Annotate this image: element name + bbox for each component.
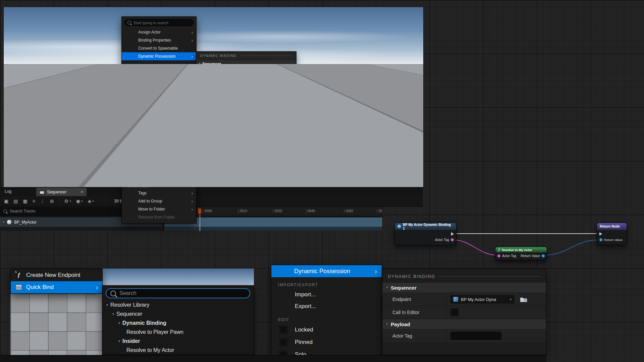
menu-item-import-large[interactable]: Import... — [271, 289, 382, 300]
tree-item-resolve-to-player-pawn[interactable]: Resolve to Player Pawn — [303, 115, 403, 121]
tree-item-resolve-to-player-pawn[interactable]: Resolve to Player Pawn — [102, 327, 254, 337]
menu-item-quick-bind-large[interactable]: Quick Bind › — [11, 281, 102, 293]
locked-checkbox[interactable] — [279, 326, 287, 334]
mute-checkbox[interactable] — [127, 118, 131, 123]
menu-search-input[interactable]: Start typing to search — [124, 19, 194, 26]
playback-options-dropdown[interactable]: ◈▾ — [88, 199, 94, 203]
node-resolve-to-my-actor[interactable]: ƒ Resolve to My Actor Actor Tag Return V… — [495, 247, 547, 260]
chevron-down-icon: ▾ — [386, 323, 388, 325]
solo-checkbox[interactable] — [127, 110, 131, 115]
menu-item-assign-actor[interactable]: Assign Actor› — [122, 28, 196, 36]
submenu-arrow-icon: › — [375, 268, 377, 275]
return-value-pin[interactable] — [599, 238, 602, 241]
menu-item-delete[interactable]: ×Delete — [122, 157, 196, 165]
menu-item-move-to-folder[interactable]: Move to Folder› — [122, 205, 196, 213]
menu-item-delete-and-keep-state[interactable]: ×Delete and Keep State — [122, 165, 196, 173]
actor-tag-wire — [453, 240, 497, 255]
pin-label: Return Value — [521, 254, 540, 258]
menu-item-locked[interactable]: Locked — [122, 93, 196, 101]
menu-item-create-new-endpoint[interactable]: ƒ Create New Endpoint — [241, 80, 302, 88]
actions-menu-icon[interactable]: ≡ — [33, 199, 35, 203]
tree-item-insider[interactable]: ▾Insider — [102, 337, 254, 346]
tree-item-resolver-library[interactable]: ▾Resolver Library — [303, 98, 403, 104]
category-payload[interactable]: ▾ Payload — [382, 319, 546, 329]
playhead-line[interactable] — [200, 215, 200, 231]
tree-item-sequencer[interactable]: ▾Sequencer — [102, 309, 254, 318]
tab-sequencer[interactable]: Sequencer × — [36, 188, 87, 196]
actor-tag-input[interactable] — [450, 332, 501, 340]
menu-item-export[interactable]: Export... — [122, 76, 196, 84]
browse-to-asset-icon[interactable] — [280, 70, 285, 75]
duplicate-icon — [137, 150, 143, 155]
hierarchy-icon[interactable]: ⊞ — [50, 199, 54, 203]
menu-item-solo[interactable]: Solo — [122, 109, 196, 117]
tree-item-resolver-library[interactable]: ▾Resolver Library — [102, 300, 254, 309]
track-lane[interactable] — [164, 218, 382, 227]
menu-item-dynamic-possession-large[interactable]: Dynamic Possession › — [271, 265, 382, 277]
pinned-checkbox[interactable] — [127, 102, 131, 107]
menu-item-import[interactable]: Import... — [122, 68, 196, 76]
menu-item-binding-properties[interactable]: Binding Properties› — [122, 36, 196, 44]
expander-icon[interactable]: ▾ — [3, 221, 4, 224]
camera-icon[interactable]: ▤ — [13, 199, 18, 203]
tree-item-dynamic-binding[interactable]: ▾Dynamic Binding — [102, 318, 254, 327]
search-icon — [308, 91, 311, 95]
locked-checkbox[interactable] — [127, 94, 131, 99]
menu-item-dynamic-possession[interactable]: Dynamic Possession› — [122, 52, 196, 60]
quick-bind-search-input[interactable]: Search — [305, 89, 401, 96]
menu-item-tags[interactable]: Tags› — [122, 189, 196, 197]
category-sequencer[interactable]: ▾ Sequencer — [382, 282, 546, 293]
actor-tag-pin[interactable] — [497, 254, 500, 257]
endpoint-row: Endpoint BP My Actor Dyna ▾ — [382, 293, 546, 306]
category-sequencer[interactable]: ▾ Sequencer — [196, 60, 296, 67]
cut-icon: ✂ — [137, 127, 143, 131]
exec-in-pin[interactable] — [599, 232, 602, 236]
menu-item-duplicate[interactable]: DuplicateCTRL+D — [122, 149, 196, 157]
tree-item-resolve-to-my-actor[interactable]: Resolve to My Actor — [102, 346, 254, 355]
browse-to-asset-icon[interactable] — [520, 297, 527, 302]
menu-item-export-large[interactable]: Export... — [271, 300, 382, 312]
menu-item-locked-large[interactable]: Locked — [271, 323, 382, 336]
quick-bind-search-input-large[interactable]: Search — [106, 288, 250, 298]
menu-item-pinned[interactable]: Pinned — [122, 101, 196, 109]
tree-item-sequencer[interactable]: ▾Sequencer — [303, 104, 403, 110]
render-movie-icon[interactable]: ▦ — [23, 199, 27, 203]
save-icon[interactable]: ▣ — [4, 199, 8, 203]
endpoint-dropdown[interactable]: ƒ Unbound ▾ — [242, 69, 277, 75]
actor-tag-pin[interactable] — [451, 238, 454, 241]
node-return[interactable]: Return Node Return Value — [597, 223, 627, 245]
menu-item-paste[interactable]: PasteCTRL+V — [122, 141, 196, 149]
actor-tag-out-pin-row: Actor Tag — [435, 238, 454, 242]
node-bp-my-actor-dynamic-binding[interactable]: BP My Actor Dynamic Binding 1 Actor Tag — [394, 223, 457, 245]
menu-item-pinned-large[interactable]: Pinned — [271, 336, 382, 348]
menu-item-add-to-group[interactable]: Add to Group› — [122, 197, 196, 205]
playhead-marker[interactable] — [198, 208, 201, 214]
exec-out-pin[interactable] — [451, 232, 454, 236]
chevron-down-icon: ▾ — [69, 199, 71, 203]
chevron-down-icon: ▾ — [92, 199, 94, 203]
menu-item-create-new-endpoint-large[interactable]: ƒ Create New Endpoint — [11, 269, 102, 281]
menu-item-quick-bind[interactable]: Quick Bind › — [241, 88, 302, 96]
menu-item-cut[interactable]: ✂CutCTRL+X — [122, 125, 196, 133]
toolbar-separator — [59, 198, 59, 204]
ruler-tick: 0060 — [344, 209, 353, 213]
return-value-pin[interactable] — [542, 254, 545, 257]
log-tab[interactable]: Log — [5, 187, 11, 196]
menu-item-mute[interactable]: Mute — [122, 117, 196, 125]
options-dots-icon[interactable]: ⋮ — [40, 199, 45, 203]
submenu-arrow-icon: › — [192, 38, 193, 43]
menu-item-convert-to-spawnable[interactable]: Convert to Spawnable — [122, 44, 196, 52]
close-tab-icon[interactable]: × — [80, 190, 83, 194]
menu-item-rename[interactable]: ✎RenameF2 — [122, 173, 196, 181]
menu-item-remove-from-folder[interactable]: Remove from Folder — [122, 213, 196, 221]
endpoint-dropdown-large[interactable]: BP My Actor Dyna ▾ — [450, 295, 514, 303]
pinned-checkbox[interactable] — [279, 338, 287, 346]
call-in-editor-checkbox[interactable] — [450, 308, 459, 316]
ruler-tick: 0045 — [306, 209, 315, 213]
actor-tag-in-pin-row: Actor Tag — [497, 254, 516, 258]
edit-options-dropdown[interactable]: ⚙▾ — [64, 199, 71, 203]
view-options-dropdown[interactable]: ◉▾ — [76, 199, 83, 203]
dynamic-binding-panel: DYNAMIC BINDING ▾ Sequencer Endpoint ƒ U… — [196, 51, 297, 80]
menu-item-copy[interactable]: CopyCTRL+C — [122, 133, 196, 141]
tree-item-dynamic-binding[interactable]: ▾Dynamic Binding — [303, 110, 403, 115]
